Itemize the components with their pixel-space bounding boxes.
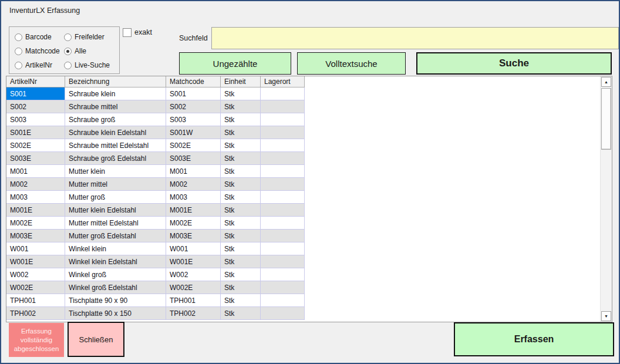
table-cell[interactable]: Schraube mittel — [65, 100, 166, 113]
table-cell[interactable]: Tischplatte 90 x 90 — [65, 294, 166, 307]
table-cell[interactable] — [261, 139, 305, 152]
scroll-up-button[interactable]: ▲ — [601, 77, 611, 87]
column-header-lagerort[interactable]: Lagerort — [261, 76, 305, 87]
column-header-artikelnr[interactable]: ArtikelNr — [6, 76, 65, 87]
column-header-einheit[interactable]: Einheit — [221, 76, 261, 87]
radio-button-icon[interactable] — [64, 33, 72, 41]
table-cell[interactable]: Winkel groß Edelstahl — [65, 281, 166, 294]
table-row[interactable]: M002Mutter mittelM002Stk — [6, 178, 305, 191]
table-cell[interactable]: M002E — [6, 217, 65, 230]
table-cell[interactable]: Stk — [221, 281, 261, 294]
radio-option-matchcode[interactable]: Matchcode — [15, 44, 64, 58]
table-cell[interactable]: Mutter klein — [65, 165, 166, 178]
checkbox-icon[interactable] — [123, 28, 132, 37]
table-cell[interactable]: Stk — [221, 242, 261, 255]
table-row[interactable]: M001EMutter klein EdelstahlM001EStk — [6, 204, 305, 217]
uncounted-button[interactable]: Ungezählte — [179, 52, 291, 75]
table-cell[interactable]: Stk — [221, 268, 261, 281]
search-button[interactable]: Suche — [416, 52, 612, 75]
table-cell[interactable]: Stk — [221, 191, 261, 204]
table-cell[interactable]: W002E — [6, 281, 65, 294]
table-cell[interactable]: W002 — [6, 268, 65, 281]
table-cell[interactable]: Stk — [221, 152, 261, 165]
table-cell[interactable] — [261, 307, 305, 320]
table-cell[interactable]: Schraube klein — [65, 87, 166, 100]
radio-button-icon[interactable] — [15, 62, 22, 69]
table-row[interactable]: W001Winkel kleinW001Stk — [6, 242, 305, 255]
table-row[interactable]: M003Mutter großM003Stk — [6, 191, 305, 204]
radio-option-alle[interactable]: Alle — [64, 44, 119, 58]
table-cell[interactable]: M003 — [166, 191, 221, 204]
scrollbar-thumb[interactable] — [601, 88, 611, 150]
table-cell[interactable] — [261, 255, 305, 268]
table-cell[interactable]: TPH001 — [166, 294, 221, 307]
table-cell[interactable]: Stk — [221, 230, 261, 242]
table-cell[interactable]: S001 — [6, 87, 65, 100]
table-cell[interactable]: S001W — [166, 126, 221, 139]
scroll-down-button[interactable]: ▼ — [601, 311, 611, 321]
table-cell[interactable]: W001 — [6, 242, 65, 255]
radio-option-freifelder[interactable]: Freifelder — [64, 30, 119, 44]
radio-button-icon[interactable] — [15, 48, 22, 55]
table-row[interactable]: W001EWinkel klein EdelstahlW001EStk — [6, 255, 305, 268]
table-cell[interactable]: S003 — [166, 113, 221, 126]
radio-button-icon[interactable] — [64, 62, 72, 69]
table-cell[interactable]: W001 — [166, 242, 221, 255]
table-cell[interactable]: Winkel groß — [65, 268, 166, 281]
table-cell[interactable] — [261, 191, 305, 204]
table-cell[interactable]: Mutter mittel — [65, 178, 166, 191]
table-row[interactable]: S003Schraube großS003Stk — [6, 113, 305, 126]
table-cell[interactable] — [261, 294, 305, 307]
radio-button-icon[interactable] — [64, 48, 72, 55]
table-cell[interactable]: S003E — [166, 152, 221, 165]
table-cell[interactable]: W001E — [166, 255, 221, 268]
table-cell[interactable]: Winkel klein Edelstahl — [65, 255, 166, 268]
table-row[interactable]: S003ESchraube groß EdelstahlS003EStk — [6, 152, 305, 165]
table-cell[interactable]: Stk — [221, 204, 261, 217]
exact-checkbox[interactable]: exakt — [123, 28, 152, 37]
table-cell[interactable]: S002E — [166, 139, 221, 152]
table-cell[interactable] — [261, 281, 305, 294]
table-cell[interactable]: M002 — [6, 178, 65, 191]
table-cell[interactable]: Stk — [221, 113, 261, 126]
table-cell[interactable]: TPH001 — [6, 294, 65, 307]
table-row[interactable]: S001Schraube kleinS001Stk — [6, 87, 305, 100]
table-cell[interactable]: Mutter klein Edelstahl — [65, 204, 166, 217]
table-cell[interactable]: M003 — [6, 191, 65, 204]
radio-option-artikelnr[interactable]: ArtikelNr — [15, 58, 64, 72]
table-cell[interactable] — [261, 87, 305, 100]
table-cell[interactable]: M001 — [6, 165, 65, 178]
table-cell[interactable] — [261, 165, 305, 178]
fulltext-search-button[interactable]: Volltextsuche — [297, 52, 406, 75]
table-cell[interactable] — [261, 230, 305, 242]
table-cell[interactable]: Stk — [221, 165, 261, 178]
table-cell[interactable]: Mutter mittel Edelstahl — [65, 217, 166, 230]
table-cell[interactable]: Schraube klein Edelstahl — [65, 126, 166, 139]
table-cell[interactable] — [261, 178, 305, 191]
table-cell[interactable]: W002 — [166, 268, 221, 281]
table-cell[interactable]: S002 — [6, 100, 65, 113]
table-cell[interactable]: S001 — [166, 87, 221, 100]
table-row[interactable]: S002Schraube mittelS002Stk — [6, 100, 305, 113]
table-cell[interactable]: Stk — [221, 294, 261, 307]
table-cell[interactable] — [261, 217, 305, 230]
table-cell[interactable] — [261, 113, 305, 126]
table-cell[interactable]: S003E — [6, 152, 65, 165]
table-cell[interactable]: S002E — [6, 139, 65, 152]
close-button[interactable]: Schließen — [68, 322, 124, 357]
search-input[interactable] — [211, 27, 619, 49]
table-cell[interactable] — [261, 100, 305, 113]
table-cell[interactable]: TPH002 — [166, 307, 221, 320]
table-cell[interactable]: S002 — [166, 100, 221, 113]
table-row[interactable]: W002Winkel großW002Stk — [6, 268, 305, 281]
table-cell[interactable]: S001E — [6, 126, 65, 139]
table-cell[interactable]: Stk — [221, 87, 261, 100]
table-row[interactable]: W002EWinkel groß EdelstahlW002EStk — [6, 281, 305, 294]
column-header-bezeichnung[interactable]: Bezeichnung — [65, 76, 166, 87]
radio-option-barcode[interactable]: Barcode — [15, 30, 64, 44]
table-cell[interactable]: M002E — [166, 217, 221, 230]
table-cell[interactable] — [261, 268, 305, 281]
vertical-scrollbar[interactable]: ▲ ▼ — [600, 76, 612, 322]
table-row[interactable]: TPH002Tischplatte 90 x 150TPH002Stk — [6, 307, 305, 320]
table-cell[interactable]: Schraube groß — [65, 113, 166, 126]
